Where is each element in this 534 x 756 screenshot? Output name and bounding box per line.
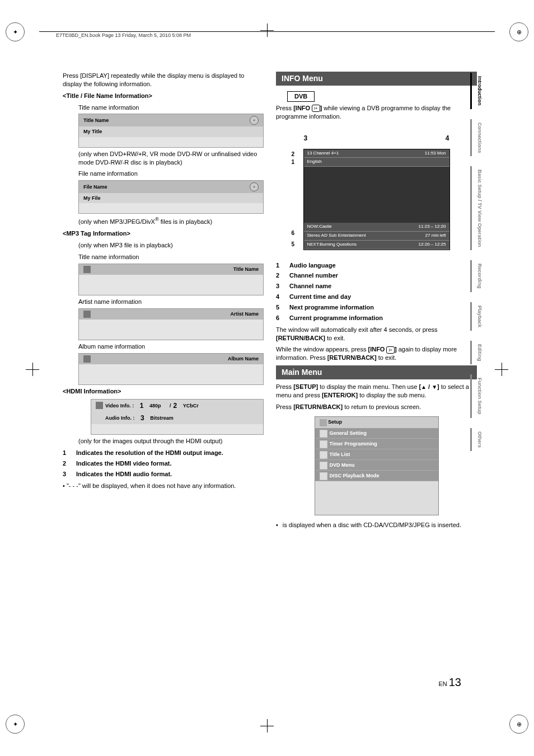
- list-item: 5Next programme information: [276, 303, 477, 312]
- title-file-heading: <Title / File Name Information>: [63, 92, 264, 100]
- note-text: (only when MP3/JPEG/DivX® files is in pl…: [78, 216, 264, 226]
- while-window-text: While the window appears, press [INFO i+…: [276, 345, 477, 362]
- box-header: File Name: [83, 184, 107, 190]
- box-header: Title Name: [83, 117, 109, 124]
- intro-text: Press [DISPLAY] repeatedly while the dis…: [63, 72, 264, 88]
- list-item: 1Audio language: [276, 261, 477, 270]
- mp3-note: (only when MP3 file is in playback): [78, 241, 264, 250]
- list-item: 1Indicates the resolution of the HDMI ou…: [63, 449, 264, 457]
- list-item: 3Channel name: [276, 282, 477, 290]
- crop-mark-icon: ⊕: [509, 22, 528, 41]
- register-mark-icon: [260, 719, 274, 732]
- tab-introduction[interactable]: Introduction: [470, 73, 484, 109]
- box-row: My Title: [79, 126, 263, 137]
- menu-item[interactable]: Timer Programming: [315, 439, 438, 449]
- crop-mark-icon: ✦: [6, 715, 25, 734]
- person-icon: [83, 311, 91, 318]
- file-name-box: File Name My File: [78, 180, 264, 214]
- setup-menu: Setup General Setting Timer Programming …: [315, 416, 439, 515]
- hdmi-heading: <HDMI Information>: [63, 387, 264, 396]
- tab-connections[interactable]: Connections: [470, 119, 484, 157]
- tab-editing[interactable]: Editing: [470, 341, 484, 365]
- album-box: Album Name: [78, 353, 264, 385]
- register-mark-icon: [260, 24, 274, 37]
- mp3-title-box: Title Name: [78, 264, 264, 295]
- tab-function-setup[interactable]: Function Setup: [470, 374, 484, 418]
- album-label: Album name information: [78, 342, 264, 351]
- dvb-badge: DVB: [287, 91, 315, 102]
- hdmi-box: Video Info. : 1 480p /2 YCbCr Audio Info…: [91, 399, 264, 435]
- list-item: 6Current programme information: [276, 314, 477, 322]
- main-return: Press [RETURN/BACK] to return to previou…: [276, 403, 477, 411]
- title-name-box: Title Name My Title: [78, 114, 264, 147]
- list-item: 4Current time and day: [276, 293, 477, 301]
- list-item: 2Indicates the HDMI video format.: [63, 459, 264, 468]
- page-number: EN 13: [438, 676, 461, 689]
- content: Press [DISPLAY] repeatedly while the dis…: [63, 72, 477, 529]
- mp3-heading: <MP3 Tag Information>: [63, 229, 264, 238]
- disc-icon: [250, 182, 259, 191]
- box-header: Artist Name: [230, 311, 259, 317]
- file-name-label: File name information: [78, 170, 264, 178]
- info-list: 1Audio language 2Channel number 3Channel…: [276, 261, 477, 322]
- foot-bullet: • is displayed when a disc with CD-DA/VC…: [276, 521, 477, 529]
- tab-recording[interactable]: Recording: [470, 260, 484, 292]
- register-mark-icon: [495, 363, 508, 376]
- hdmi-footer: • "- - -" will be displayed, when it doe…: [63, 482, 264, 490]
- menu-item[interactable]: General Setting: [315, 428, 438, 439]
- left-column: Press [DISPLAY] repeatedly while the dis…: [63, 72, 264, 529]
- title-name-label: Title name information: [78, 104, 264, 112]
- box-header: Album Name: [228, 355, 259, 362]
- box-header: Title Name: [233, 266, 259, 273]
- list-item: 2Channel number: [276, 271, 477, 280]
- tab-basic-setup[interactable]: Basic Setup / TV View Operation: [470, 166, 484, 250]
- header-rule: [39, 31, 495, 32]
- main-menu-heading: Main Menu: [276, 365, 477, 379]
- crop-mark-icon: ⊕: [509, 715, 528, 734]
- registered-icon: ®: [155, 217, 159, 222]
- page: ✦ ⊕ ✦ ⊕ E7TE0BD_EN.book Page 13 Friday, …: [0, 0, 534, 756]
- list-item: 3Indicates the HDMI audio format.: [63, 470, 264, 478]
- info-button-icon: i+: [386, 346, 394, 354]
- hdmi-note: (only for the images output through the …: [78, 437, 264, 445]
- title-name2-label: Title name information: [78, 253, 264, 261]
- box-row: My File: [79, 193, 263, 203]
- tab-playback[interactable]: Playback: [470, 302, 484, 331]
- register-mark-icon: [26, 363, 39, 376]
- side-tabs: Introduction Connections Basic Setup / T…: [470, 73, 484, 451]
- note-text: (only when DVD+RW/+R, VR mode DVD-RW or …: [78, 150, 264, 167]
- up-arrow-icon: ▲: [421, 383, 427, 391]
- hdmi-list: 1Indicates the resolution of the HDMI ou…: [63, 449, 264, 478]
- info-menu-heading: INFO Menu: [276, 72, 477, 86]
- down-arrow-icon: ▼: [432, 383, 437, 391]
- artist-label: Artist name information: [78, 298, 264, 306]
- main-intro: Press [SETUP] to display the main menu. …: [276, 383, 477, 400]
- auto-exit-text: The window will automatically exit after…: [276, 326, 477, 342]
- album-icon: [83, 355, 91, 363]
- header-text: E7TE0BD_EN.book Page 13 Friday, March 5,…: [56, 32, 191, 38]
- tab-others[interactable]: Others: [470, 428, 484, 451]
- crop-mark-icon: ✦: [6, 22, 25, 41]
- setup-icon: [320, 419, 327, 426]
- dvb-diagram: 2 1 13 Channel 4+111:53 Mon English 6 5 …: [303, 149, 450, 250]
- music-icon: [83, 266, 91, 273]
- disc-icon: [250, 116, 259, 125]
- menu-item[interactable]: DISC Playback Mode: [315, 471, 438, 481]
- bullet-icon: •: [276, 521, 278, 529]
- info-button-icon: i+: [312, 105, 320, 112]
- info-intro: Press [INFO i+] while viewing a DVB prog…: [276, 104, 477, 121]
- menu-item[interactable]: DVD Menu: [315, 460, 438, 471]
- artist-box: Artist Name: [78, 308, 264, 340]
- right-column: INFO Menu DVB Press [INFO i+] while view…: [276, 72, 477, 529]
- hdmi-icon: [96, 402, 103, 409]
- menu-item[interactable]: Title List: [315, 449, 438, 460]
